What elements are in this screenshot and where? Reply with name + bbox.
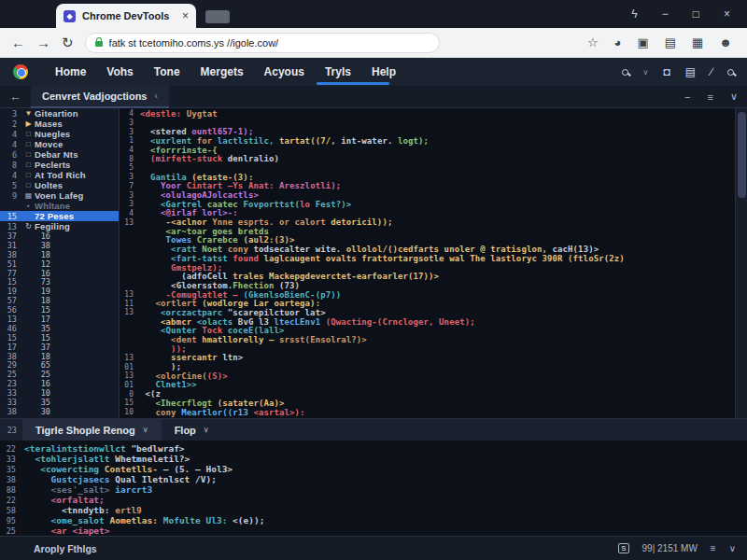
menu-item-acyous[interactable]: Acyous (254, 59, 315, 85)
gutter-row: 1317 (0, 315, 119, 324)
forward-icon[interactable]: → (36, 35, 50, 50)
status-box-icon: S (618, 543, 628, 553)
file-tree-sidebar[interactable]: 3▼Giteartion2▶Mases4□Nuegles4□Movce6□Deb… (0, 108, 120, 418)
profile-icon[interactable]: ☻ (719, 35, 732, 49)
tab-favicon-icon: ◆ (63, 10, 76, 22)
tree-item-label: Movce (35, 139, 63, 149)
code-segment: Cintart —Ys Anat: (187, 181, 279, 190)
tree-item[interactable]: 2▶Mases (0, 119, 119, 129)
devtools-panel-tab[interactable]: Cenvret Vadjogctions ‹ (31, 86, 169, 108)
address-bar[interactable]: fatk st tcetomiho.coms.ys //igole.cow/ (85, 33, 440, 53)
tree-gutter-number: 5 (0, 181, 22, 190)
tree-item[interactable]: 3▼Giteartion (0, 108, 119, 119)
code-segment: <ar (24, 525, 72, 536)
bottom-tab[interactable]: Flop∨ (162, 419, 222, 441)
back-icon[interactable]: ← (11, 35, 25, 50)
code-segment: coceE(lall> (228, 326, 285, 335)
menu-item-tone[interactable]: Tone (144, 59, 190, 85)
tree-item[interactable]: 6□Debar Nts (0, 149, 119, 160)
chat-icon[interactable]: ◘ (663, 65, 669, 78)
incognito-icon[interactable]: ◕ (614, 35, 622, 49)
code-text: <ome_salot Aometlas: Mofulte Ul3: <(e)); (24, 515, 264, 525)
menu-item-tryls[interactable]: Tryls (315, 59, 361, 85)
close-button[interactable]: × (724, 0, 730, 28)
menu-item-vohs[interactable]: Vohs (96, 59, 143, 85)
line-number: 13 (120, 218, 140, 227)
code-line: 13 -Comuglatlet — (GkenlsoBienC-(p7)) (120, 290, 735, 300)
code-segment: <cowercting (24, 464, 105, 474)
menu-item-home[interactable]: Home (45, 59, 96, 85)
tree-item[interactable]: 5□Uoltes (0, 180, 119, 190)
tree-item[interactable]: 9▦Voen Lafeg (0, 190, 119, 201)
search-icon-2[interactable] (727, 69, 734, 76)
code-segment: laglcaugent ovalts frattortargsotle wal … (263, 254, 624, 263)
code-segment: (S)> (207, 371, 228, 381)
code-text: <abmcr <olacts BvG l3 ltecLEnv1 (Qwactin… (140, 317, 475, 327)
scrollbar-thumb[interactable] (738, 112, 746, 198)
devtools-back-icon[interactable]: ← (9, 90, 21, 104)
menu-item-help[interactable]: Help (361, 59, 406, 85)
chevron-down-icon[interactable]: ∨ (730, 91, 738, 103)
menu-item-mergets[interactable]: Mergets (190, 59, 254, 85)
devtools-panel-tab-close-icon[interactable]: ‹ (154, 91, 157, 101)
search-icon[interactable] (622, 69, 628, 76)
tree-gutter-number: 9 (0, 191, 22, 201)
url-text[interactable]: fatk st tcetomiho.coms.ys //igole.cow/ (109, 37, 279, 49)
line-number: 13 (120, 290, 140, 299)
search-caret-icon[interactable]: ∨ (643, 68, 649, 77)
share-icon[interactable]: ▤ (685, 65, 696, 78)
tree-item-label: Fegiling (35, 221, 70, 231)
reload-icon[interactable]: ↻ (62, 35, 74, 51)
gutter-row: 1573 (0, 277, 119, 287)
code-segment: Noet (202, 245, 228, 254)
line-number: 1 (120, 136, 140, 145)
code-line: 8 (mirfett-stuck denlralio) (120, 154, 735, 163)
devtools-header-icons: − ≡ ∨ (684, 91, 738, 103)
devtools-header: ← Cenvret Vadjogctions ‹ − ≡ ∨ (0, 86, 747, 108)
tab-title: Chrome DevTools (82, 10, 176, 21)
code-segment: (aul2:(3)> (243, 235, 294, 245)
menu-icon[interactable]: ≡ (708, 91, 713, 103)
code-line: 7 Yoor Cintart —Ys Anat: Areszlotli); (120, 182, 735, 191)
tree-item[interactable]: 1572 Peses (0, 211, 119, 221)
title-bar: ◆ Chrome DevTools × ϟ − □ × (0, 0, 747, 28)
pen-icon[interactable]: ∕ (711, 65, 712, 78)
tree-item-icon: ▦ (22, 191, 35, 200)
line-number: 11 (120, 300, 140, 308)
menu-items: HomeVohsToneMergetsAcyousTrylsHelp (45, 59, 406, 85)
outer-number: 77 (0, 269, 22, 278)
tree-item[interactable]: 13↻Fegiling (0, 221, 119, 231)
code-segment: <(e)); (233, 515, 264, 525)
tree-item[interactable]: 4□Movce (0, 139, 119, 149)
bottom-tab[interactable]: Tigrle Shople Renog∨ (22, 419, 162, 441)
status-chevron-icon[interactable]: ∨ (729, 543, 736, 553)
code-segment: <Ihecrflogt (140, 399, 218, 408)
scrollbar[interactable] (735, 108, 747, 418)
code-segment: Aometlas: (110, 515, 163, 525)
tree-item[interactable]: 4□At Tod Rich (0, 170, 119, 180)
bookmark-star-icon[interactable]: ☆ (587, 35, 599, 49)
tree-item-icon: ↻ (22, 222, 35, 231)
maximize-button[interactable]: □ (693, 0, 699, 28)
code-segment: -<aclnor (140, 217, 212, 227)
code-line: 13 -<aclnor Ynne esprts. or calort detor… (120, 217, 735, 227)
code-text: <Ihecrflogt (satater(Aa)> (140, 399, 285, 408)
camera-icon[interactable]: ▣ (637, 35, 648, 49)
status-menu-icon[interactable]: ≡ (711, 543, 716, 553)
tab-close-icon[interactable]: × (182, 9, 189, 22)
new-tab-button[interactable] (205, 10, 230, 23)
folder-icon[interactable]: ▦ (692, 35, 703, 49)
tree-item[interactable]: 8□Peclerts (0, 160, 119, 170)
outer-number: 37 (0, 231, 22, 241)
minimize-button[interactable]: − (662, 0, 669, 28)
collapse-icon[interactable]: − (684, 91, 690, 103)
card-icon[interactable]: ▤ (665, 35, 676, 49)
tree-item[interactable]: 4□Nuegles (0, 129, 119, 139)
inner-number: 25 (22, 370, 50, 379)
code-editor[interactable]: 4<destle: Uygtat33 <stered ountl657-1);1… (120, 108, 735, 418)
flash-icon: ϟ (631, 0, 637, 28)
browser-tab[interactable]: ◆ Chrome DevTools × (56, 4, 196, 28)
code-line: <Qunter Tock coceE(lall> (120, 327, 735, 336)
tree-item[interactable]: ▪Whltane (0, 201, 119, 211)
bottom-code-panel[interactable]: 22<teralintstionwllct "bedlwraf>33 <tohl… (0, 441, 747, 536)
